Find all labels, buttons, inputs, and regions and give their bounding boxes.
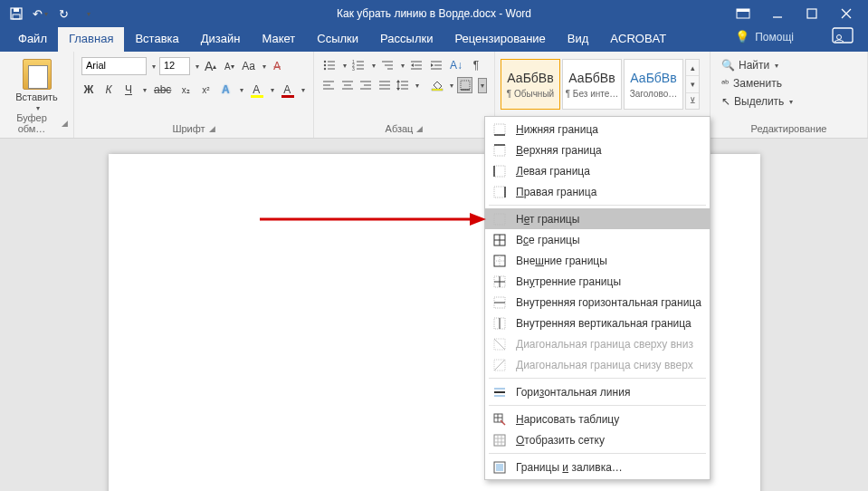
multilevel-list-button[interactable]: [379, 57, 396, 73]
shading-button[interactable]: [430, 77, 444, 93]
bold-button[interactable]: Ж: [81, 81, 96, 99]
subscript-button[interactable]: x₂: [178, 81, 193, 99]
strikethrough-button[interactable]: abc: [152, 81, 173, 99]
numbering-button[interactable]: 123: [350, 57, 367, 73]
para-launcher-icon[interactable]: ◢: [416, 124, 423, 133]
align-left-button[interactable]: [321, 77, 336, 93]
borders-shading-icon: [492, 460, 507, 475]
font-name-combo[interactable]: Arial: [81, 57, 147, 75]
tab-view[interactable]: Вид: [557, 26, 600, 52]
text-effects-button[interactable]: A: [218, 81, 233, 99]
group-font: Arial▾ 12▾ A▴ A▾ Aa▾ A̶ Ж К Ч▾ abc x₂ x²…: [74, 52, 314, 138]
border-left-item[interactable]: Левая граница: [485, 160, 710, 181]
borders-shading-item[interactable]: Границы и заливка…: [485, 457, 710, 477]
group-paragraph: ▾ 123▾ ▾ A↓ ¶ ▾ ▾ ▾ Абзац◢: [314, 52, 495, 138]
group-clipboard: Вставить ▾ Буфер обм…◢: [0, 52, 74, 138]
styles-down-icon[interactable]: ▾: [686, 76, 699, 92]
svg-rect-63: [494, 214, 505, 225]
superscript-button[interactable]: x²: [198, 81, 213, 99]
change-case-button[interactable]: Aa: [240, 57, 257, 75]
qat-customize-icon[interactable]: ▾: [81, 6, 96, 21]
bullets-button[interactable]: [321, 57, 338, 73]
find-button[interactable]: 🔍Найти▾: [720, 57, 858, 73]
maximize-icon[interactable]: [803, 5, 821, 23]
tell-me-text[interactable]: Помощі: [755, 31, 794, 43]
border-bottom-item[interactable]: Нижняя граница: [485, 119, 710, 140]
font-size-combo[interactable]: 12: [159, 57, 190, 75]
window-controls: [734, 5, 868, 23]
clipboard-launcher-icon[interactable]: ◢: [62, 119, 68, 128]
tab-references[interactable]: Ссылки: [306, 26, 369, 52]
draw-table-icon: [492, 412, 507, 427]
style-heading1[interactable]: АаБбВв Заголово…: [624, 59, 683, 110]
draw-table-item[interactable]: Нарисовать таблицу: [485, 409, 710, 429]
align-right-button[interactable]: [358, 77, 373, 93]
align-center-button[interactable]: [339, 77, 354, 93]
highlight-button[interactable]: A: [249, 81, 263, 99]
tab-acrobat[interactable]: ACROBAT: [599, 26, 677, 52]
clear-formatting-button[interactable]: A̶: [270, 57, 284, 75]
border-diag-up-item: Диагональная граница снизу вверх: [485, 354, 710, 375]
svg-rect-1: [14, 8, 19, 12]
border-inside-item[interactable]: Внутренние границы: [485, 271, 710, 292]
styles-up-icon[interactable]: ▴: [686, 60, 699, 76]
save-icon[interactable]: [9, 6, 24, 21]
grow-font-button[interactable]: A▴: [203, 57, 218, 75]
font-color-button[interactable]: A: [280, 81, 294, 99]
decrease-indent-button[interactable]: [408, 57, 424, 73]
svg-rect-87: [494, 435, 505, 446]
styles-gallery-scroll[interactable]: ▴ ▾ ⊻: [685, 59, 700, 110]
font-launcher-icon[interactable]: ◢: [209, 124, 215, 133]
border-all-item[interactable]: Все границы: [485, 229, 710, 250]
increase-indent-button[interactable]: [428, 57, 444, 73]
underline-button[interactable]: Ч: [121, 81, 136, 99]
border-none-icon: [492, 212, 507, 226]
border-inside-v-icon: [492, 316, 507, 331]
border-bottom-icon: [492, 122, 507, 137]
border-inside-v-item[interactable]: Внутренняя вертикальная граница: [485, 313, 710, 333]
svg-point-13: [324, 64, 326, 66]
tab-mailings[interactable]: Рассылки: [369, 26, 444, 52]
border-outside-item[interactable]: Внешние границы: [485, 250, 710, 271]
svg-rect-6: [807, 9, 816, 18]
tab-review[interactable]: Рецензирование: [444, 26, 556, 52]
select-button[interactable]: ↖Выделить▾: [720, 93, 858, 110]
border-inside-h-icon: [492, 295, 507, 310]
ribbon-options-icon[interactable]: [734, 5, 752, 23]
border-none-item[interactable]: Нет границы: [485, 208, 710, 229]
style-no-spacing[interactable]: АаБбВв ¶ Без инте…: [562, 59, 622, 110]
tab-insert[interactable]: Вставка: [124, 26, 189, 52]
replace-icon: ᵃᵇ: [721, 78, 730, 90]
minimize-icon[interactable]: [768, 5, 787, 23]
shrink-font-button[interactable]: A▾: [222, 57, 236, 75]
svg-line-80: [494, 360, 505, 371]
share-icon[interactable]: [832, 27, 854, 46]
tab-design[interactable]: Дизайн: [190, 26, 252, 52]
quick-access-toolbar: ↶▾ ↻ ▾: [0, 6, 96, 21]
svg-line-78: [494, 339, 505, 350]
undo-icon[interactable]: ↶▾: [33, 6, 47, 21]
tab-layout[interactable]: Макет: [251, 26, 306, 52]
sort-button[interactable]: A↓: [448, 57, 464, 73]
tab-file[interactable]: Файл: [7, 26, 58, 52]
style-normal[interactable]: АаБбВв ¶ Обычный: [501, 59, 560, 110]
border-right-item[interactable]: Правая граница: [485, 181, 710, 202]
border-inside-h-item[interactable]: Внутренняя горизонтальная граница: [485, 292, 710, 313]
redo-icon[interactable]: ↻: [56, 6, 71, 21]
paste-button[interactable]: Вставить ▾: [5, 55, 68, 112]
border-top-item[interactable]: Верхняя граница: [485, 140, 710, 160]
tell-me-icon[interactable]: 💡: [735, 30, 749, 43]
italic-button[interactable]: К: [101, 81, 116, 99]
styles-more-icon[interactable]: ⊻: [686, 93, 699, 109]
svg-rect-4: [737, 9, 749, 12]
border-diag-up-icon: [492, 358, 507, 372]
close-icon[interactable]: [837, 5, 855, 23]
borders-button[interactable]: [457, 77, 472, 93]
line-spacing-button[interactable]: [396, 77, 410, 93]
show-grid-item[interactable]: Отобразить сетку: [485, 429, 710, 450]
horizontal-line-item[interactable]: Горизонтальная линия: [485, 381, 710, 402]
tab-home[interactable]: Главная: [58, 26, 124, 52]
replace-button[interactable]: ᵃᵇЗаменить: [720, 75, 858, 91]
justify-button[interactable]: [377, 77, 391, 93]
show-marks-button[interactable]: ¶: [468, 57, 484, 73]
